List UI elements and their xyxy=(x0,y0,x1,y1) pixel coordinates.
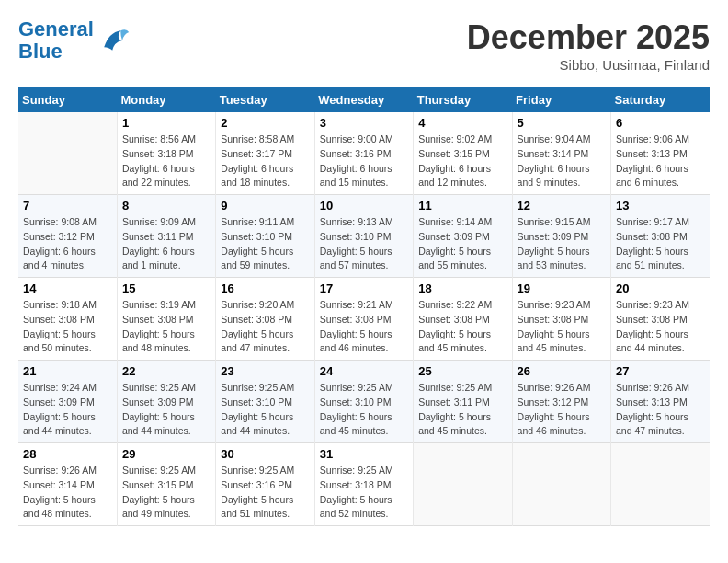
logo-blue-text: Blue xyxy=(18,40,63,63)
day-info: Sunrise: 9:26 AM Sunset: 3:13 PM Dayligh… xyxy=(616,381,705,439)
weekday-header-friday: Friday xyxy=(512,87,610,112)
calendar-cell xyxy=(414,443,512,526)
day-number: 11 xyxy=(418,199,506,213)
day-info: Sunrise: 9:26 AM Sunset: 3:12 PM Dayligh… xyxy=(518,381,606,439)
day-number: 21 xyxy=(23,364,112,378)
day-info: Sunrise: 9:00 AM Sunset: 3:16 PM Dayligh… xyxy=(320,132,408,190)
day-number: 13 xyxy=(616,199,705,213)
calendar-cell: 4Sunrise: 9:02 AM Sunset: 3:15 PM Daylig… xyxy=(414,112,512,195)
title-block: December 2025 Sibbo, Uusimaa, Finland xyxy=(467,18,710,73)
calendar-cell: 29Sunrise: 9:25 AM Sunset: 3:15 PM Dayli… xyxy=(117,443,215,526)
calendar-cell: 23Sunrise: 9:25 AM Sunset: 3:10 PM Dayli… xyxy=(216,361,314,443)
logo-bird-icon xyxy=(97,24,131,57)
day-info: Sunrise: 9:25 AM Sunset: 3:10 PM Dayligh… xyxy=(221,381,309,439)
calendar-cell: 5Sunrise: 9:04 AM Sunset: 3:14 PM Daylig… xyxy=(512,112,610,195)
day-number: 15 xyxy=(122,282,210,295)
day-number: 10 xyxy=(320,199,408,213)
calendar-cell: 7Sunrise: 9:08 AM Sunset: 3:12 PM Daylig… xyxy=(18,195,117,278)
day-info: Sunrise: 9:15 AM Sunset: 3:09 PM Dayligh… xyxy=(518,215,606,273)
day-number: 6 xyxy=(616,116,705,130)
day-number: 1 xyxy=(122,116,210,130)
day-info: Sunrise: 9:19 AM Sunset: 3:08 PM Dayligh… xyxy=(122,298,210,356)
day-number: 22 xyxy=(122,364,210,378)
day-info: Sunrise: 8:58 AM Sunset: 3:17 PM Dayligh… xyxy=(221,132,309,190)
day-number: 29 xyxy=(122,447,210,461)
calendar-cell: 14Sunrise: 9:18 AM Sunset: 3:08 PM Dayli… xyxy=(18,278,117,361)
day-number: 27 xyxy=(616,364,705,378)
calendar-cell xyxy=(18,112,117,195)
day-info: Sunrise: 9:11 AM Sunset: 3:10 PM Dayligh… xyxy=(221,215,309,273)
day-info: Sunrise: 9:25 AM Sunset: 3:09 PM Dayligh… xyxy=(122,381,210,439)
weekday-header-row: SundayMondayTuesdayWednesdayThursdayFrid… xyxy=(18,87,710,112)
calendar-cell: 8Sunrise: 9:09 AM Sunset: 3:11 PM Daylig… xyxy=(117,195,215,278)
day-info: Sunrise: 9:08 AM Sunset: 3:12 PM Dayligh… xyxy=(23,215,112,273)
logo: General Blue xyxy=(18,18,131,63)
day-info: Sunrise: 9:25 AM Sunset: 3:15 PM Dayligh… xyxy=(122,464,210,522)
day-number: 20 xyxy=(616,282,705,295)
calendar-cell: 1Sunrise: 8:56 AM Sunset: 3:18 PM Daylig… xyxy=(117,112,215,195)
day-info: Sunrise: 9:17 AM Sunset: 3:08 PM Dayligh… xyxy=(616,215,705,273)
day-info: Sunrise: 9:23 AM Sunset: 3:08 PM Dayligh… xyxy=(518,298,606,356)
day-number: 31 xyxy=(320,447,408,461)
day-info: Sunrise: 9:25 AM Sunset: 3:16 PM Dayligh… xyxy=(221,464,309,522)
weekday-header-tuesday: Tuesday xyxy=(216,87,314,112)
calendar-cell: 3Sunrise: 9:00 AM Sunset: 3:16 PM Daylig… xyxy=(314,112,413,195)
day-info: Sunrise: 9:25 AM Sunset: 3:10 PM Dayligh… xyxy=(320,381,408,439)
calendar-table: SundayMondayTuesdayWednesdayThursdayFrid… xyxy=(18,87,710,526)
weekday-header-monday: Monday xyxy=(117,87,215,112)
page-header: General Blue December 2025 Sibbo, Uusima… xyxy=(18,18,710,73)
day-info: Sunrise: 9:04 AM Sunset: 3:14 PM Dayligh… xyxy=(518,132,606,190)
weekday-header-saturday: Saturday xyxy=(611,87,710,112)
day-info: Sunrise: 8:56 AM Sunset: 3:18 PM Dayligh… xyxy=(122,132,210,190)
day-number: 8 xyxy=(122,199,210,213)
day-info: Sunrise: 9:25 AM Sunset: 3:18 PM Dayligh… xyxy=(320,464,408,522)
calendar-cell: 26Sunrise: 9:26 AM Sunset: 3:12 PM Dayli… xyxy=(512,361,610,443)
calendar-cell: 28Sunrise: 9:26 AM Sunset: 3:14 PM Dayli… xyxy=(18,443,117,526)
calendar-week-row: 1Sunrise: 8:56 AM Sunset: 3:18 PM Daylig… xyxy=(18,112,710,195)
calendar-week-row: 21Sunrise: 9:24 AM Sunset: 3:09 PM Dayli… xyxy=(18,361,710,443)
day-info: Sunrise: 9:26 AM Sunset: 3:14 PM Dayligh… xyxy=(23,464,112,522)
weekday-header-thursday: Thursday xyxy=(414,87,512,112)
day-info: Sunrise: 9:22 AM Sunset: 3:08 PM Dayligh… xyxy=(418,298,506,356)
logo-blue: Blue xyxy=(18,40,94,63)
day-info: Sunrise: 9:24 AM Sunset: 3:09 PM Dayligh… xyxy=(23,381,112,439)
day-number: 14 xyxy=(23,282,112,295)
calendar-cell: 24Sunrise: 9:25 AM Sunset: 3:10 PM Dayli… xyxy=(314,361,413,443)
calendar-cell: 30Sunrise: 9:25 AM Sunset: 3:16 PM Dayli… xyxy=(216,443,314,526)
calendar-cell: 9Sunrise: 9:11 AM Sunset: 3:10 PM Daylig… xyxy=(216,195,314,278)
day-number: 18 xyxy=(418,282,506,295)
calendar-cell: 22Sunrise: 9:25 AM Sunset: 3:09 PM Dayli… xyxy=(117,361,215,443)
calendar-cell: 17Sunrise: 9:21 AM Sunset: 3:08 PM Dayli… xyxy=(314,278,413,361)
day-number: 23 xyxy=(221,364,309,378)
day-number: 12 xyxy=(518,199,606,213)
logo-general: General xyxy=(18,17,94,40)
day-info: Sunrise: 9:13 AM Sunset: 3:10 PM Dayligh… xyxy=(320,215,408,273)
calendar-cell: 15Sunrise: 9:19 AM Sunset: 3:08 PM Dayli… xyxy=(117,278,215,361)
day-number: 2 xyxy=(221,116,309,130)
day-number: 30 xyxy=(221,447,309,461)
day-number: 16 xyxy=(221,282,309,295)
calendar-week-row: 7Sunrise: 9:08 AM Sunset: 3:12 PM Daylig… xyxy=(18,195,710,278)
day-info: Sunrise: 9:06 AM Sunset: 3:13 PM Dayligh… xyxy=(616,132,705,190)
calendar-cell: 31Sunrise: 9:25 AM Sunset: 3:18 PM Dayli… xyxy=(314,443,413,526)
day-number: 24 xyxy=(320,364,408,378)
calendar-cell xyxy=(512,443,610,526)
calendar-cell: 12Sunrise: 9:15 AM Sunset: 3:09 PM Dayli… xyxy=(512,195,610,278)
calendar-week-row: 14Sunrise: 9:18 AM Sunset: 3:08 PM Dayli… xyxy=(18,278,710,361)
calendar-cell: 16Sunrise: 9:20 AM Sunset: 3:08 PM Dayli… xyxy=(216,278,314,361)
day-number: 25 xyxy=(418,364,506,378)
calendar-cell xyxy=(611,443,710,526)
day-info: Sunrise: 9:02 AM Sunset: 3:15 PM Dayligh… xyxy=(418,132,506,190)
day-info: Sunrise: 9:23 AM Sunset: 3:08 PM Dayligh… xyxy=(616,298,705,356)
day-number: 17 xyxy=(320,282,408,295)
day-number: 7 xyxy=(23,199,112,213)
calendar-cell: 11Sunrise: 9:14 AM Sunset: 3:09 PM Dayli… xyxy=(414,195,512,278)
day-number: 4 xyxy=(418,116,506,130)
day-info: Sunrise: 9:18 AM Sunset: 3:08 PM Dayligh… xyxy=(23,298,112,356)
calendar-cell: 13Sunrise: 9:17 AM Sunset: 3:08 PM Dayli… xyxy=(611,195,710,278)
calendar-cell: 18Sunrise: 9:22 AM Sunset: 3:08 PM Dayli… xyxy=(414,278,512,361)
calendar-cell: 2Sunrise: 8:58 AM Sunset: 3:17 PM Daylig… xyxy=(216,112,314,195)
month-title: December 2025 xyxy=(467,18,710,57)
calendar-cell: 19Sunrise: 9:23 AM Sunset: 3:08 PM Dayli… xyxy=(512,278,610,361)
weekday-header-wednesday: Wednesday xyxy=(314,87,413,112)
